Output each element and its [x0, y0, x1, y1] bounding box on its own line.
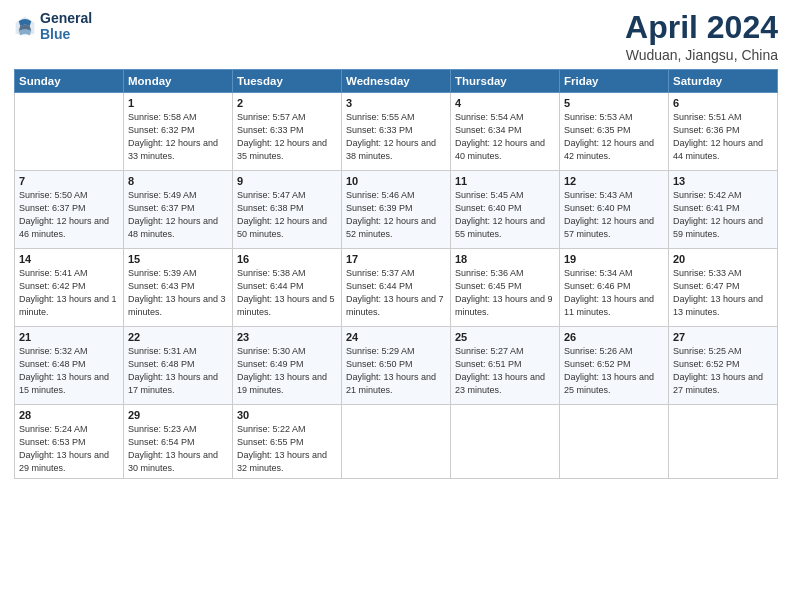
calendar-cell: [560, 405, 669, 479]
calendar-cell: 30Sunrise: 5:22 AM Sunset: 6:55 PM Dayli…: [233, 405, 342, 479]
weekday-header-saturday: Saturday: [669, 70, 778, 93]
day-info: Sunrise: 5:45 AM Sunset: 6:40 PM Dayligh…: [455, 189, 555, 241]
calendar-week-4: 21Sunrise: 5:32 AM Sunset: 6:48 PM Dayli…: [15, 327, 778, 405]
calendar-table: SundayMondayTuesdayWednesdayThursdayFrid…: [14, 69, 778, 479]
day-info: Sunrise: 5:32 AM Sunset: 6:48 PM Dayligh…: [19, 345, 119, 397]
day-info: Sunrise: 5:26 AM Sunset: 6:52 PM Dayligh…: [564, 345, 664, 397]
weekday-header-sunday: Sunday: [15, 70, 124, 93]
day-number: 10: [346, 175, 446, 187]
calendar-cell: 26Sunrise: 5:26 AM Sunset: 6:52 PM Dayli…: [560, 327, 669, 405]
logo: General Blue: [14, 10, 92, 42]
calendar-cell: 7Sunrise: 5:50 AM Sunset: 6:37 PM Daylig…: [15, 171, 124, 249]
day-info: Sunrise: 5:37 AM Sunset: 6:44 PM Dayligh…: [346, 267, 446, 319]
day-number: 12: [564, 175, 664, 187]
calendar-cell: 6Sunrise: 5:51 AM Sunset: 6:36 PM Daylig…: [669, 93, 778, 171]
logo-text: General Blue: [40, 10, 92, 42]
calendar-cell: 15Sunrise: 5:39 AM Sunset: 6:43 PM Dayli…: [124, 249, 233, 327]
day-number: 15: [128, 253, 228, 265]
day-number: 22: [128, 331, 228, 343]
calendar-cell: 5Sunrise: 5:53 AM Sunset: 6:35 PM Daylig…: [560, 93, 669, 171]
day-number: 16: [237, 253, 337, 265]
day-number: 7: [19, 175, 119, 187]
calendar-cell: 12Sunrise: 5:43 AM Sunset: 6:40 PM Dayli…: [560, 171, 669, 249]
day-number: 24: [346, 331, 446, 343]
calendar-cell: 11Sunrise: 5:45 AM Sunset: 6:40 PM Dayli…: [451, 171, 560, 249]
day-number: 27: [673, 331, 773, 343]
day-number: 18: [455, 253, 555, 265]
calendar-week-3: 14Sunrise: 5:41 AM Sunset: 6:42 PM Dayli…: [15, 249, 778, 327]
calendar-cell: 29Sunrise: 5:23 AM Sunset: 6:54 PM Dayli…: [124, 405, 233, 479]
logo-icon: [14, 15, 36, 37]
calendar-cell: 22Sunrise: 5:31 AM Sunset: 6:48 PM Dayli…: [124, 327, 233, 405]
day-number: 26: [564, 331, 664, 343]
header: General Blue April 2024 Wuduan, Jiangsu,…: [14, 10, 778, 63]
calendar-cell: 2Sunrise: 5:57 AM Sunset: 6:33 PM Daylig…: [233, 93, 342, 171]
day-number: 4: [455, 97, 555, 109]
day-info: Sunrise: 5:43 AM Sunset: 6:40 PM Dayligh…: [564, 189, 664, 241]
day-number: 17: [346, 253, 446, 265]
day-number: 25: [455, 331, 555, 343]
day-info: Sunrise: 5:23 AM Sunset: 6:54 PM Dayligh…: [128, 423, 228, 475]
calendar-cell: 17Sunrise: 5:37 AM Sunset: 6:44 PM Dayli…: [342, 249, 451, 327]
day-number: 1: [128, 97, 228, 109]
day-number: 11: [455, 175, 555, 187]
calendar-cell: 18Sunrise: 5:36 AM Sunset: 6:45 PM Dayli…: [451, 249, 560, 327]
day-info: Sunrise: 5:24 AM Sunset: 6:53 PM Dayligh…: [19, 423, 119, 475]
calendar-cell: 8Sunrise: 5:49 AM Sunset: 6:37 PM Daylig…: [124, 171, 233, 249]
day-info: Sunrise: 5:41 AM Sunset: 6:42 PM Dayligh…: [19, 267, 119, 319]
day-number: 30: [237, 409, 337, 421]
weekday-header-friday: Friday: [560, 70, 669, 93]
title-block: April 2024 Wuduan, Jiangsu, China: [625, 10, 778, 63]
day-info: Sunrise: 5:50 AM Sunset: 6:37 PM Dayligh…: [19, 189, 119, 241]
main-title: April 2024: [625, 10, 778, 45]
weekday-header-row: SundayMondayTuesdayWednesdayThursdayFrid…: [15, 70, 778, 93]
calendar-cell: 20Sunrise: 5:33 AM Sunset: 6:47 PM Dayli…: [669, 249, 778, 327]
calendar-cell: [15, 93, 124, 171]
subtitle: Wuduan, Jiangsu, China: [625, 47, 778, 63]
calendar-cell: 21Sunrise: 5:32 AM Sunset: 6:48 PM Dayli…: [15, 327, 124, 405]
calendar-cell: 19Sunrise: 5:34 AM Sunset: 6:46 PM Dayli…: [560, 249, 669, 327]
calendar-cell: 4Sunrise: 5:54 AM Sunset: 6:34 PM Daylig…: [451, 93, 560, 171]
day-info: Sunrise: 5:27 AM Sunset: 6:51 PM Dayligh…: [455, 345, 555, 397]
calendar-cell: 9Sunrise: 5:47 AM Sunset: 6:38 PM Daylig…: [233, 171, 342, 249]
calendar-cell: 24Sunrise: 5:29 AM Sunset: 6:50 PM Dayli…: [342, 327, 451, 405]
calendar-cell: 27Sunrise: 5:25 AM Sunset: 6:52 PM Dayli…: [669, 327, 778, 405]
day-number: 14: [19, 253, 119, 265]
day-number: 6: [673, 97, 773, 109]
calendar-cell: 1Sunrise: 5:58 AM Sunset: 6:32 PM Daylig…: [124, 93, 233, 171]
calendar-cell: 16Sunrise: 5:38 AM Sunset: 6:44 PM Dayli…: [233, 249, 342, 327]
day-info: Sunrise: 5:55 AM Sunset: 6:33 PM Dayligh…: [346, 111, 446, 163]
day-number: 20: [673, 253, 773, 265]
day-info: Sunrise: 5:47 AM Sunset: 6:38 PM Dayligh…: [237, 189, 337, 241]
calendar-cell: [342, 405, 451, 479]
calendar-cell: 10Sunrise: 5:46 AM Sunset: 6:39 PM Dayli…: [342, 171, 451, 249]
day-number: 3: [346, 97, 446, 109]
day-info: Sunrise: 5:42 AM Sunset: 6:41 PM Dayligh…: [673, 189, 773, 241]
calendar-cell: 28Sunrise: 5:24 AM Sunset: 6:53 PM Dayli…: [15, 405, 124, 479]
day-info: Sunrise: 5:34 AM Sunset: 6:46 PM Dayligh…: [564, 267, 664, 319]
day-info: Sunrise: 5:54 AM Sunset: 6:34 PM Dayligh…: [455, 111, 555, 163]
calendar-cell: 14Sunrise: 5:41 AM Sunset: 6:42 PM Dayli…: [15, 249, 124, 327]
weekday-header-monday: Monday: [124, 70, 233, 93]
day-info: Sunrise: 5:49 AM Sunset: 6:37 PM Dayligh…: [128, 189, 228, 241]
calendar-cell: 25Sunrise: 5:27 AM Sunset: 6:51 PM Dayli…: [451, 327, 560, 405]
page-container: General Blue April 2024 Wuduan, Jiangsu,…: [0, 0, 792, 485]
day-number: 21: [19, 331, 119, 343]
day-info: Sunrise: 5:33 AM Sunset: 6:47 PM Dayligh…: [673, 267, 773, 319]
day-number: 29: [128, 409, 228, 421]
day-info: Sunrise: 5:30 AM Sunset: 6:49 PM Dayligh…: [237, 345, 337, 397]
calendar-cell: 13Sunrise: 5:42 AM Sunset: 6:41 PM Dayli…: [669, 171, 778, 249]
day-info: Sunrise: 5:51 AM Sunset: 6:36 PM Dayligh…: [673, 111, 773, 163]
calendar-cell: 23Sunrise: 5:30 AM Sunset: 6:49 PM Dayli…: [233, 327, 342, 405]
day-info: Sunrise: 5:22 AM Sunset: 6:55 PM Dayligh…: [237, 423, 337, 475]
calendar-week-5: 28Sunrise: 5:24 AM Sunset: 6:53 PM Dayli…: [15, 405, 778, 479]
day-number: 28: [19, 409, 119, 421]
day-info: Sunrise: 5:57 AM Sunset: 6:33 PM Dayligh…: [237, 111, 337, 163]
day-number: 5: [564, 97, 664, 109]
day-info: Sunrise: 5:53 AM Sunset: 6:35 PM Dayligh…: [564, 111, 664, 163]
day-info: Sunrise: 5:29 AM Sunset: 6:50 PM Dayligh…: [346, 345, 446, 397]
day-info: Sunrise: 5:25 AM Sunset: 6:52 PM Dayligh…: [673, 345, 773, 397]
calendar-cell: [451, 405, 560, 479]
day-number: 2: [237, 97, 337, 109]
day-number: 8: [128, 175, 228, 187]
